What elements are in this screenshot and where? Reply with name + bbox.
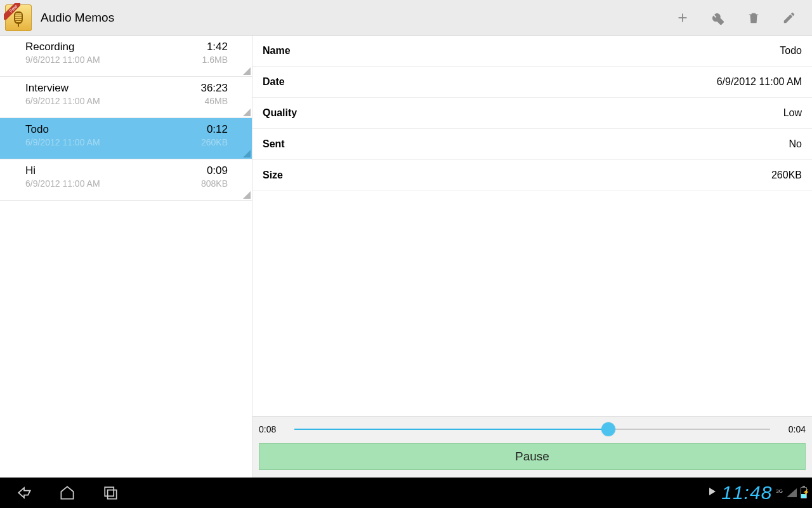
detail-value: 6/9/2012 11:00 AM <box>717 76 802 88</box>
detail-value: Todo <box>780 45 802 57</box>
network-label: 3G <box>776 488 783 494</box>
settings-button[interactable] <box>700 0 736 36</box>
detail-value: No <box>789 138 802 150</box>
memo-title: Recording <box>25 41 233 53</box>
memo-item[interactable]: Interview6/9/2012 11:00 AM36:2346MB <box>0 77 252 118</box>
back-button[interactable] <box>5 478 43 508</box>
app-icon <box>5 4 32 31</box>
svg-rect-1 <box>108 490 117 499</box>
memo-title: Hi <box>25 164 233 177</box>
seek-bar[interactable] <box>294 422 770 437</box>
app-title: Audio Memos <box>41 11 665 25</box>
detail-row[interactable]: NameTodo <box>252 36 812 67</box>
memo-duration: 0:12 <box>207 123 228 136</box>
edit-button[interactable] <box>771 0 807 36</box>
memo-size: 1.6MB <box>202 55 228 65</box>
playback-indicator-icon <box>707 486 717 499</box>
battery-icon: ⚡ <box>801 487 807 498</box>
detail-key: Size <box>263 170 283 181</box>
status-clock: 11:48 <box>721 482 772 504</box>
detail-pane: NameTodoDate6/9/2012 11:00 AMQualityLowS… <box>252 36 812 478</box>
detail-key: Name <box>263 45 291 57</box>
memo-size: 808KB <box>201 178 228 189</box>
detail-key: Sent <box>263 138 285 150</box>
detail-value: 260KB <box>771 170 802 181</box>
detail-info: NameTodoDate6/9/2012 11:00 AMQualityLowS… <box>252 36 812 416</box>
detail-row[interactable]: QualityLow <box>252 98 812 129</box>
memo-list: Recording9/6/2012 11:00 AM1:421.6MBInter… <box>0 36 252 478</box>
memo-duration: 0:09 <box>207 164 228 177</box>
memo-size: 46MB <box>204 96 228 106</box>
detail-row[interactable]: Size260KB <box>252 160 812 191</box>
svg-rect-0 <box>105 487 114 496</box>
home-button[interactable] <box>48 478 86 508</box>
signal-icon <box>787 488 797 497</box>
detail-row[interactable]: SentNo <box>252 129 812 160</box>
resize-corner-icon <box>243 109 251 116</box>
memo-duration: 1:42 <box>207 41 228 53</box>
player: 0:08 0:04 Pause <box>252 416 812 478</box>
memo-item[interactable]: Hi6/9/2012 11:00 AM0:09808KB <box>0 159 252 201</box>
add-button[interactable] <box>665 0 700 36</box>
memo-datetime: 6/9/2012 11:00 AM <box>25 96 233 106</box>
pause-button[interactable]: Pause <box>259 443 806 470</box>
detail-row[interactable]: Date6/9/2012 11:00 AM <box>252 67 812 98</box>
detail-value: Low <box>783 107 802 119</box>
action-bar: Audio Memos <box>0 0 812 36</box>
elapsed-time: 0:08 <box>259 424 288 434</box>
resize-corner-icon <box>243 191 251 199</box>
recent-apps-button[interactable] <box>91 478 129 508</box>
system-nav-bar: 11:48 3G ⚡ <box>0 478 812 508</box>
delete-button[interactable] <box>736 0 771 36</box>
seek-thumb[interactable] <box>601 422 615 436</box>
detail-key: Quality <box>263 107 297 119</box>
memo-size: 260KB <box>201 137 228 147</box>
memo-item[interactable]: Recording9/6/2012 11:00 AM1:421.6MB <box>0 36 252 77</box>
memo-title: Todo <box>25 123 233 136</box>
resize-corner-icon <box>243 150 251 157</box>
remaining-time: 0:04 <box>776 424 806 434</box>
resize-corner-icon <box>243 67 251 75</box>
memo-duration: 36:23 <box>200 82 228 95</box>
detail-key: Date <box>263 76 285 88</box>
memo-item[interactable]: Todo6/9/2012 11:00 AM0:12260KB <box>0 118 252 159</box>
